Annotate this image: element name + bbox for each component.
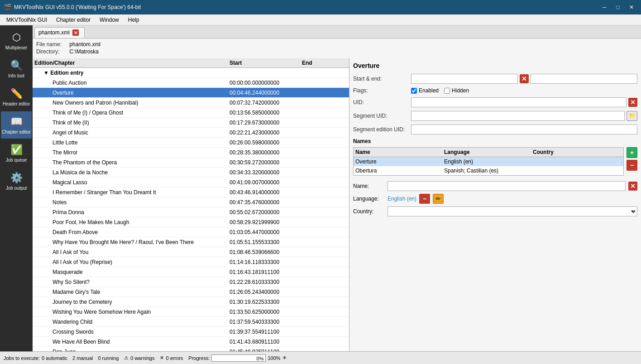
tree-item-start: 00:30:59.272000000 xyxy=(230,159,302,166)
enabled-checkbox-label[interactable]: Enabled xyxy=(411,87,439,94)
tree-row[interactable]: Journey to the Cemetery 01:30:19.6225333… xyxy=(33,297,349,307)
country-select[interactable] xyxy=(387,206,637,216)
tree-row[interactable]: I Remember / Stranger Than You Dreamt It… xyxy=(33,187,349,197)
hidden-checkbox-label[interactable]: Hidden xyxy=(444,87,469,94)
language-edit-button[interactable]: ✏ xyxy=(433,194,444,204)
segment-uid-row: Segment UID: 📁 xyxy=(353,111,637,121)
tree-row[interactable]: La Música de la Noche 00:34:33.320000000 xyxy=(33,168,349,177)
tree-item-name: ▼ Edition entry xyxy=(34,70,230,76)
progress-full-pct: 100% xyxy=(268,355,280,361)
directory-value: C:\Matroska xyxy=(69,48,99,55)
menu-chapter-editor[interactable]: Chapter editor xyxy=(52,16,95,24)
name-cell-2: Obertura xyxy=(355,168,444,174)
directory-label: Directory: xyxy=(36,48,68,55)
remove-name-button[interactable]: − xyxy=(627,160,637,171)
tree-row[interactable]: Masquerade 01:16:43.181911100 xyxy=(33,267,349,277)
header-editor-icon: ✏️ xyxy=(10,88,23,100)
tree-row[interactable]: Think of Me (I) / Opera Ghost 00:13:56.5… xyxy=(33,108,349,118)
menu-window[interactable]: Window xyxy=(95,16,124,24)
col-name: Name xyxy=(355,149,444,155)
names-row-2[interactable]: Obertura Spanish; Castilian (es) xyxy=(354,166,623,175)
country-select-wrapper xyxy=(387,206,637,216)
tree-item-start: 01:41:43.680911100 xyxy=(230,339,302,345)
menu-mkvtoolnix[interactable]: MKVToolNix GUI xyxy=(2,16,52,24)
tree-row[interactable]: Why Have You Brought Me Here? / Raoul, I… xyxy=(33,237,349,247)
tree-row[interactable]: The Mirror 00:28:35.380000000 xyxy=(33,148,349,158)
start-clear-button[interactable]: ✕ xyxy=(520,74,529,83)
tree-item-start: 00:22:21.423000000 xyxy=(230,129,302,136)
segment-uid-browse-button[interactable]: 📁 xyxy=(627,111,637,121)
tab-phantom-xml[interactable]: phantom.xml ✕ xyxy=(34,27,85,38)
tab-label: phantom.xml xyxy=(38,29,70,36)
tree-item-start: 01:45:48.925911100 xyxy=(230,349,302,352)
enabled-checkbox[interactable] xyxy=(411,88,417,94)
minimize-button[interactable]: ─ xyxy=(598,3,610,12)
tree-item-start: 00:47:35.476000000 xyxy=(230,199,302,206)
tree-row[interactable]: Public Auction 00:00:00.000000000 xyxy=(33,78,349,88)
tree-item-start: 00:04:46.244000000 xyxy=(230,90,302,96)
maximize-button[interactable]: □ xyxy=(612,3,624,12)
directory-row: Directory: C:\Matroska xyxy=(36,48,637,55)
tree-row[interactable]: Magical Lasso 00:41:09.007000000 xyxy=(33,177,349,187)
tab-bar: phantom.xml ✕ xyxy=(33,25,641,38)
tab-close-button[interactable]: ✕ xyxy=(72,29,79,36)
tree-item-start: 01:39:37.554911100 xyxy=(230,329,302,335)
sidebar-item-header-editor[interactable]: ✏️ Header editor xyxy=(1,83,32,110)
names-section: Names Name Language Country Overture xyxy=(353,138,637,216)
chapter-tree-body[interactable]: ▼ Edition entry Public Auction 00:00:00.… xyxy=(33,68,349,351)
tree-row[interactable]: All I Ask of You (Reprise) 01:14:16.1183… xyxy=(33,257,349,267)
spin-icon: ✳ xyxy=(282,355,287,361)
tree-row[interactable]: Crossing Swords 01:39:37.554911100 xyxy=(33,327,349,337)
flags-row: Flags: Enabled Hidden xyxy=(353,87,637,94)
tree-row[interactable]: Notes 00:47:35.476000000 xyxy=(33,197,349,207)
segment-edition-uid-row: Segment edition UID: xyxy=(353,125,637,134)
segment-uid-input[interactable] xyxy=(411,111,625,121)
tree-item-start: 01:22:28.610333300 xyxy=(230,279,302,285)
start-input[interactable]: 00:04:46.244000000 xyxy=(411,74,518,84)
end-input[interactable] xyxy=(531,74,637,84)
tree-item-start: 01:16:43.181911100 xyxy=(230,269,302,275)
menubar: MKVToolNix GUI Chapter editor Window Hel… xyxy=(0,14,641,25)
tree-row[interactable]: New Owners and Patron (Hannibal) 00:07:3… xyxy=(33,98,349,108)
add-name-button[interactable]: + xyxy=(627,147,637,158)
job-queue-icon: ✅ xyxy=(10,144,23,156)
segment-edition-uid-input[interactable] xyxy=(411,125,637,134)
tree-row[interactable]: Think of Me (II) 00:17:29.673000000 xyxy=(33,118,349,128)
tree-row[interactable]: Madame Giry's Tale 01:26:05.243400000 xyxy=(33,287,349,297)
close-button[interactable]: ✕ xyxy=(626,3,637,12)
uid-clear-button[interactable]: ✕ xyxy=(628,98,637,107)
language-link[interactable]: English (en) xyxy=(387,196,416,202)
tree-row[interactable]: We Have All Been Blind 01:41:43.68091110… xyxy=(33,337,349,347)
sidebar-item-multiplexer[interactable]: ⬡ Multiplexer xyxy=(1,27,32,54)
tree-row[interactable]: Angel of Music 00:22:21.423000000 xyxy=(33,128,349,138)
tree-row[interactable]: Why So Silent? 01:22:28.610333300 xyxy=(33,277,349,287)
tree-row[interactable]: The Phantom of the Opera 00:30:59.272000… xyxy=(33,158,349,168)
tree-row[interactable]: All I Ask of You 01:08:46.539066600 xyxy=(33,247,349,257)
uid-input[interactable]: 15251636183430657175 xyxy=(411,97,627,107)
sidebar-item-job-queue[interactable]: ✅ Job queue xyxy=(1,139,32,167)
tree-item-name: Notes xyxy=(34,199,230,206)
hidden-checkbox[interactable] xyxy=(444,88,450,94)
tree-row[interactable]: Little Lotte 00:26:00.598000000 xyxy=(33,138,349,148)
tree-row[interactable]: Wishing You Were Somehow Here Again 01:3… xyxy=(33,307,349,317)
tree-item-start: 00:26:00.598000000 xyxy=(230,139,302,146)
segment-edition-uid-field xyxy=(411,125,637,134)
sidebar-item-job-output[interactable]: ⚙️ Job output xyxy=(1,168,32,195)
tree-item-start: 00:58:29.921999900 xyxy=(230,219,302,225)
tree-row[interactable]: Death From Above 01:03:05.447000000 xyxy=(33,227,349,237)
language-remove-button[interactable]: − xyxy=(419,194,430,204)
tree-row[interactable]: Prima Donna 00:55:02.672000000 xyxy=(33,207,349,217)
tree-row[interactable]: Overture 00:04:46.244000000 xyxy=(33,88,349,98)
sidebar-item-chapter-editor[interactable]: 📖 Chapter editor xyxy=(1,111,32,139)
title-text: MKVToolNix GUI v55.0.0 ('Waiting For Spa… xyxy=(14,4,598,10)
sidebar-item-info-tool[interactable]: 🔍 Info tool xyxy=(1,55,32,82)
tree-row[interactable]: Don Juan 01:45:48.925911100 xyxy=(33,347,349,351)
tree-row[interactable]: ▼ Edition entry xyxy=(33,68,349,78)
name-field-input[interactable]: Overture xyxy=(387,181,626,191)
names-row-1[interactable]: Overture English (en) xyxy=(354,157,623,166)
tree-row[interactable]: Poor Fool, He Makes Me Laugh 00:58:29.92… xyxy=(33,217,349,227)
menu-help[interactable]: Help xyxy=(124,16,144,24)
name-clear-button[interactable]: ✕ xyxy=(628,182,637,191)
tree-row[interactable]: Wandering Child 01:37:59.540333300 xyxy=(33,317,349,327)
tree-item-name: Crossing Swords xyxy=(34,329,230,335)
